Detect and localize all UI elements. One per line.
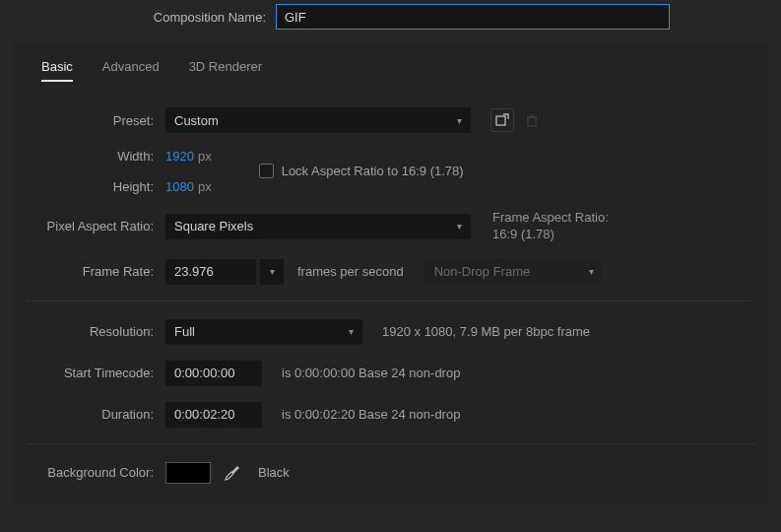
resolution-select[interactable]: Full ▾ (165, 319, 362, 345)
separator (26, 300, 755, 301)
trash-icon (526, 114, 538, 127)
drop-frame-value: Non-Drop Frame (434, 264, 531, 279)
separator (26, 443, 755, 444)
save-preset-icon (495, 113, 509, 127)
chevron-down-icon: ▾ (457, 115, 462, 126)
start-timecode-info: is 0:00:00:00 Base 24 non-drop (282, 366, 460, 380)
delete-preset-button (520, 108, 544, 132)
frame-rate-dropdown[interactable]: ▾ (260, 259, 284, 285)
pixel-aspect-label: Pixel Aspect Ratio: (32, 219, 165, 233)
frame-rate-input[interactable]: 23.976 (165, 259, 256, 285)
frame-rate-value: 23.976 (174, 264, 214, 279)
save-preset-button[interactable] (490, 108, 514, 132)
svg-rect-1 (528, 117, 536, 126)
bg-color-swatch[interactable] (165, 462, 211, 484)
chevron-down-icon: ▾ (270, 266, 275, 277)
preset-label: Preset: (32, 113, 165, 128)
svg-rect-0 (496, 116, 505, 125)
height-label: Height: (32, 179, 165, 194)
frame-aspect-info: Frame Aspect Ratio: 16:9 (1.78) (492, 210, 609, 243)
fps-label: frames per second (297, 264, 404, 279)
frame-aspect-label: Frame Aspect Ratio: (492, 210, 609, 227)
duration-info: is 0:00:02:20 Base 24 non-drop (282, 407, 460, 422)
preset-select[interactable]: Custom ▾ (165, 107, 471, 133)
width-value[interactable]: 1920 (165, 149, 194, 164)
frame-aspect-value: 16:9 (1.78) (492, 227, 609, 243)
resolution-label: Resolution: (32, 324, 165, 339)
composition-name-input[interactable] (276, 4, 670, 30)
chevron-down-icon: ▾ (589, 266, 594, 277)
pixel-aspect-select[interactable]: Square Pixels ▾ (165, 214, 471, 239)
settings-panel: Basic Advanced 3D Renderer Preset: Custo… (14, 43, 767, 503)
start-timecode-label: Start Timecode: (32, 366, 165, 380)
resolution-info: 1920 x 1080, 7.9 MB per 8bpc frame (382, 324, 590, 339)
width-label: Width: (32, 149, 165, 164)
tab-3d-renderer[interactable]: 3D Renderer (189, 59, 262, 82)
frame-rate-label: Frame Rate: (32, 264, 165, 279)
lock-aspect-checkbox[interactable] (259, 164, 274, 178)
lock-aspect-label: Lock Aspect Ratio to 16:9 (1.78) (282, 164, 464, 178)
pixel-aspect-value: Square Pixels (174, 219, 253, 233)
tab-bar: Basic Advanced 3D Renderer (32, 59, 749, 82)
chevron-down-icon: ▾ (349, 326, 354, 337)
tab-basic[interactable]: Basic (41, 59, 73, 82)
composition-name-label: Composition Name: (0, 10, 276, 25)
tab-advanced[interactable]: Advanced (102, 59, 160, 82)
width-unit: px (198, 149, 212, 164)
height-value[interactable]: 1080 (165, 179, 194, 194)
chevron-down-icon: ▾ (457, 221, 462, 232)
start-timecode-input[interactable] (165, 361, 262, 386)
resolution-value: Full (174, 324, 195, 339)
duration-input[interactable] (165, 402, 262, 428)
preset-value: Custom (174, 113, 219, 128)
bg-color-name: Black (258, 465, 290, 480)
height-unit: px (198, 179, 212, 194)
drop-frame-select: Non-Drop Frame ▾ (425, 259, 603, 285)
duration-label: Duration: (32, 407, 165, 422)
eyedropper-button[interactable] (223, 463, 242, 483)
bg-color-label: Background Color: (32, 465, 165, 480)
eyedropper-icon (225, 465, 240, 481)
